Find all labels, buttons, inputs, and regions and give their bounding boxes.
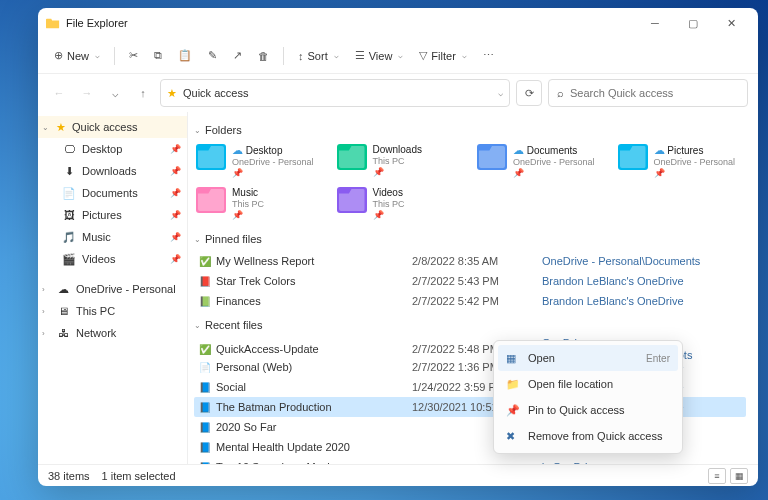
app-icon bbox=[46, 16, 60, 30]
minimize-button[interactable]: ─ bbox=[636, 8, 674, 38]
file-row[interactable]: 📗 Finances 2/7/2022 5:42 PM Brandon LeBl… bbox=[194, 291, 746, 311]
filetype-icon: 📄 bbox=[198, 360, 212, 374]
titlebar: File Explorer ─ ▢ ✕ bbox=[38, 8, 758, 38]
view-button[interactable]: ☰ View bbox=[349, 43, 410, 69]
new-button[interactable]: ⊕ New bbox=[48, 43, 106, 69]
rename-button[interactable]: ✎ bbox=[202, 43, 223, 69]
folder-location: This PC bbox=[232, 199, 264, 210]
back-button[interactable]: ← bbox=[48, 82, 70, 104]
folder-icon: 📄 bbox=[62, 186, 76, 200]
pin-icon: 📌 bbox=[170, 210, 181, 220]
star-icon: ★ bbox=[56, 121, 66, 134]
sidebar-item[interactable]: › 🖥 This PC bbox=[38, 300, 187, 322]
group-label: Folders bbox=[205, 124, 242, 136]
folder-icon bbox=[337, 187, 367, 213]
folder-icon bbox=[477, 144, 507, 170]
file-row[interactable]: 📘 Top 10 Superhero Movies 's OneDrive bbox=[194, 457, 746, 464]
file-row[interactable]: ✅ My Wellness Report 2/8/2022 8:35 AM On… bbox=[194, 251, 746, 271]
separator bbox=[283, 47, 284, 65]
folder-name: ☁ Pictures bbox=[654, 144, 736, 157]
close-button[interactable]: ✕ bbox=[712, 8, 750, 38]
up-button[interactable]: ↑ bbox=[132, 82, 154, 104]
pin-icon: 📌 bbox=[654, 168, 736, 179]
chevron-down-icon: ⌄ bbox=[42, 123, 50, 132]
pin-icon: 📌 bbox=[170, 144, 181, 154]
sidebar-item[interactable]: 🖼 Pictures 📌 bbox=[38, 204, 187, 226]
folder-tile[interactable]: Music This PC 📌 bbox=[194, 185, 325, 223]
chevron-right-icon: › bbox=[42, 285, 50, 294]
refresh-button[interactable]: ⟳ bbox=[516, 80, 542, 106]
ctx-open-location[interactable]: 📁Open file location bbox=[498, 371, 678, 397]
ctx-label: Open bbox=[528, 352, 555, 364]
filetype-icon: 📘 bbox=[198, 380, 212, 394]
filetype-icon: ✅ bbox=[198, 342, 212, 356]
folder-tile[interactable]: ☁ Documents OneDrive - Personal 📌 bbox=[475, 142, 606, 181]
pin-icon: 📌 bbox=[373, 210, 405, 221]
share-button[interactable]: ↗ bbox=[227, 43, 248, 69]
sidebar-item-label: Music bbox=[82, 231, 111, 243]
file-row[interactable]: 📕 Star Trek Colors 2/7/2022 5:43 PM Bran… bbox=[194, 271, 746, 291]
new-label: New bbox=[67, 50, 89, 62]
file-name: Personal (Web) bbox=[216, 361, 412, 373]
folder-location: OneDrive - Personal bbox=[654, 157, 736, 168]
forward-button[interactable]: → bbox=[76, 82, 98, 104]
file-location: Brandon LeBlanc's OneDrive bbox=[542, 275, 742, 287]
folder-icon bbox=[196, 187, 226, 213]
sidebar-item[interactable]: 📄 Documents 📌 bbox=[38, 182, 187, 204]
folder-tile[interactable]: ☁ Pictures OneDrive - Personal 📌 bbox=[616, 142, 747, 181]
folder-icon bbox=[337, 144, 367, 170]
group-recent[interactable]: ⌄Recent files bbox=[194, 317, 746, 333]
more-button[interactable]: ⋯ bbox=[477, 43, 500, 69]
drive-icon: 🖥 bbox=[56, 304, 70, 318]
sidebar-item[interactable]: 🖵 Desktop 📌 bbox=[38, 138, 187, 160]
maximize-button[interactable]: ▢ bbox=[674, 8, 712, 38]
folder-tile[interactable]: ☁ Desktop OneDrive - Personal 📌 bbox=[194, 142, 325, 181]
window-title: File Explorer bbox=[66, 17, 636, 29]
group-folders[interactable]: ⌄Folders bbox=[194, 122, 746, 138]
filetype-icon: 📘 bbox=[198, 400, 212, 414]
delete-button[interactable]: 🗑 bbox=[252, 43, 275, 69]
open-icon: ▦ bbox=[506, 352, 520, 365]
sidebar-item[interactable]: 🎵 Music 📌 bbox=[38, 226, 187, 248]
folder-tile[interactable]: Videos This PC 📌 bbox=[335, 185, 466, 223]
folder-location: This PC bbox=[373, 199, 405, 210]
copy-button[interactable]: ⧉ bbox=[148, 43, 168, 69]
sidebar-quick-access[interactable]: ⌄ ★ Quick access bbox=[38, 116, 187, 138]
details-view-button[interactable]: ≡ bbox=[708, 468, 726, 484]
file-location: Brandon LeBlanc's OneDrive bbox=[542, 295, 742, 307]
address-bar[interactable]: ★ Quick access ⌵ bbox=[160, 79, 510, 107]
search-icon: ⌕ bbox=[557, 87, 564, 99]
search-box[interactable]: ⌕ bbox=[548, 79, 748, 107]
pin-icon: 📌 bbox=[170, 254, 181, 264]
recent-locations-button[interactable]: ⌵ bbox=[104, 82, 126, 104]
file-name: Mental Health Update 2020 bbox=[216, 441, 412, 453]
thumbnails-view-button[interactable]: ▦ bbox=[730, 468, 748, 484]
filetype-icon: 📕 bbox=[198, 274, 212, 288]
folder-tile[interactable]: Downloads This PC 📌 bbox=[335, 142, 466, 181]
sidebar-item-label: Network bbox=[76, 327, 116, 339]
ctx-pin[interactable]: 📌Pin to Quick access bbox=[498, 397, 678, 423]
search-input[interactable] bbox=[570, 87, 739, 99]
ctx-open[interactable]: ▦OpenEnter bbox=[498, 345, 678, 371]
filter-button[interactable]: ▽ Filter bbox=[413, 43, 472, 69]
chevron-right-icon: › bbox=[42, 307, 50, 316]
chevron-down-icon[interactable]: ⌵ bbox=[498, 88, 503, 98]
status-count: 38 items bbox=[48, 470, 90, 482]
sidebar-item[interactable]: ⬇ Downloads 📌 bbox=[38, 160, 187, 182]
cut-button[interactable]: ✂ bbox=[123, 43, 144, 69]
sidebar-item[interactable]: › ☁ OneDrive - Personal bbox=[38, 278, 187, 300]
ctx-remove[interactable]: ✖Remove from Quick access bbox=[498, 423, 678, 449]
group-pinned[interactable]: ⌄Pinned files bbox=[194, 231, 746, 247]
group-label: Pinned files bbox=[205, 233, 262, 245]
file-name: QuickAccess-Update bbox=[216, 343, 412, 355]
sidebar-item[interactable]: 🎬 Videos 📌 bbox=[38, 248, 187, 270]
file-date: 2/7/2022 5:43 PM bbox=[412, 275, 542, 287]
folder-name: ☁ Desktop bbox=[232, 144, 314, 157]
view-label: View bbox=[369, 50, 393, 62]
sidebar-item[interactable]: › 🖧 Network bbox=[38, 322, 187, 344]
paste-button[interactable]: 📋 bbox=[172, 43, 198, 69]
file-name: Social bbox=[216, 381, 412, 393]
filetype-icon: ✅ bbox=[198, 254, 212, 268]
folder-name: Downloads bbox=[373, 144, 422, 156]
sort-button[interactable]: ↕ Sort bbox=[292, 43, 345, 69]
